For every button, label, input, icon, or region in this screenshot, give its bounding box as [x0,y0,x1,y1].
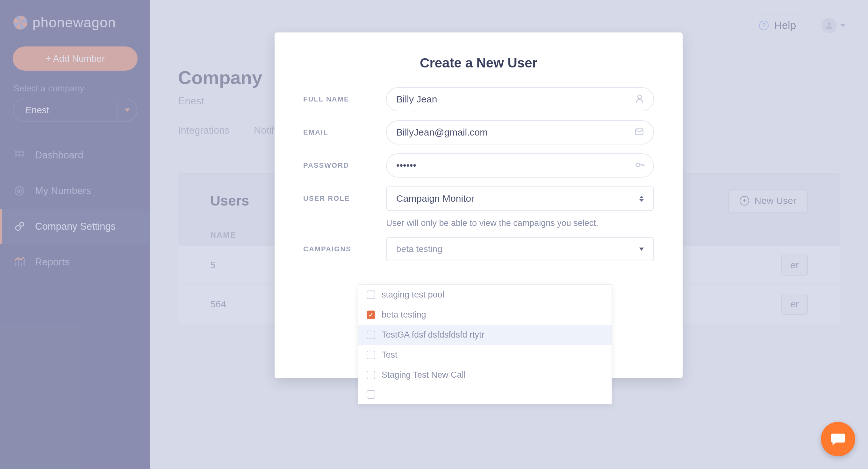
campaign-option[interactable]: TestGA fdsf dsfdsfdsfd rtytr [358,325,612,345]
email-input[interactable] [386,120,654,144]
campaign-option-label: TestGA fdsf dsfdsfdsfd rtytr [381,330,485,340]
campaigns-select-wrap: beta testing [386,237,654,261]
campaign-option-label: staging test pool [381,290,444,300]
key-icon [634,159,645,171]
checkbox-icon [367,310,375,319]
checkbox-icon [367,331,375,339]
campaign-option-label: Staging Test New Call [381,370,466,380]
chat-fab[interactable] [821,422,855,456]
checkbox-icon [367,371,375,379]
password-input[interactable] [386,154,654,177]
campaign-option-label: beta testing [381,310,426,320]
checkbox-icon [367,350,375,359]
svg-point-12 [638,95,641,99]
user-icon [634,93,645,105]
app-root: phonewagon + Add Number Select a company… [0,0,868,469]
full-name-input[interactable] [386,87,654,111]
user-role-select-wrap: Campaign Monitor [386,187,654,211]
label-password: PASSWORD [303,161,376,170]
user-role-value: Campaign Monitor [396,193,474,204]
campaign-option-label: Test [381,350,398,360]
label-email: EMAIL [303,128,376,136]
full-name-input-wrap [386,87,654,111]
campaign-option[interactable] [358,385,612,404]
chevron-down-icon [639,247,644,251]
label-full-name: FULL NAME [303,95,376,103]
select-sort-icon [639,196,644,202]
label-user-role: USER ROLE [303,194,376,203]
modal-title: Create a New User [303,55,654,71]
svg-point-14 [636,163,640,166]
email-input-wrap [386,120,654,144]
form-row-full-name: FULL NAME [303,87,654,111]
campaign-option[interactable]: beta testing [358,305,612,325]
campaign-option[interactable]: Test [358,345,612,365]
campaign-option[interactable]: Staging Test New Call [358,365,612,385]
checkbox-icon [367,390,375,399]
form-row-campaigns: CAMPAIGNS beta testing [303,237,654,261]
form-row-password: PASSWORD [303,154,654,177]
form-row-user-role: USER ROLE Campaign Monitor [303,187,654,211]
form-row-email: EMAIL [303,120,654,144]
campaign-option[interactable]: staging test pool [358,285,612,305]
campaigns-select[interactable]: beta testing [386,237,654,261]
helper-text: User will only be able to view the campa… [386,218,654,228]
label-campaigns: CAMPAIGNS [303,245,376,253]
user-role-select[interactable]: Campaign Monitor [386,187,654,211]
campaigns-dropdown: staging test poolbeta testingTestGA fdsf… [358,284,612,404]
password-input-wrap [386,154,654,177]
checkbox-icon [367,291,375,299]
campaigns-value: beta testing [396,244,442,254]
mail-icon [633,127,645,137]
